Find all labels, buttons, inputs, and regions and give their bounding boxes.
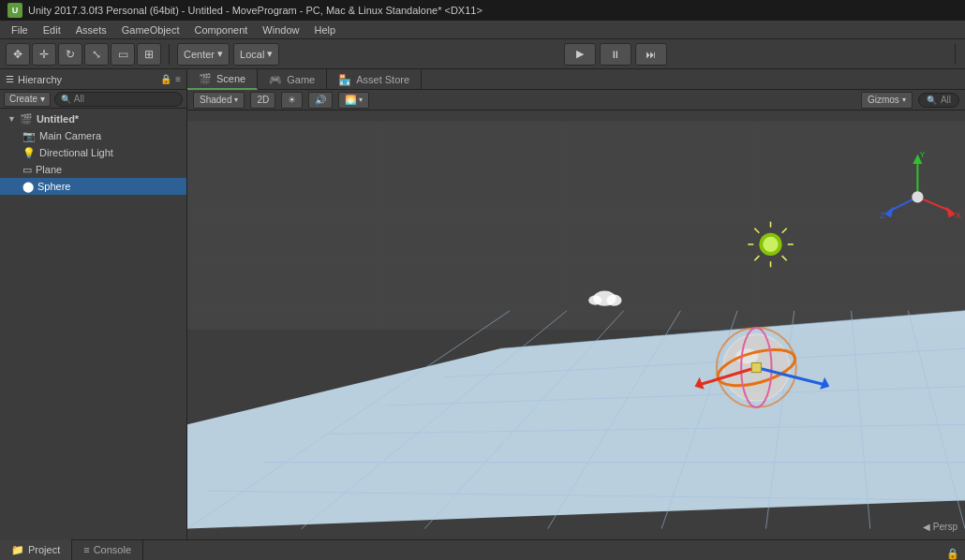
persp-text: ◀ Persp [923,522,958,532]
menu-gameobject[interactable]: GameObject [114,21,187,39]
shaded-button[interactable]: Shaded ▾ [193,92,245,109]
pause-button[interactable]: ⏸ [600,43,631,66]
hierarchy-title: Hierarchy [18,74,62,85]
2d-label: 2D [257,95,269,105]
camera-icon: 📷 [22,130,36,142]
bottom-tab-actions: 🔒 [946,548,965,560]
search-icon: 🔍 [61,95,71,104]
play-button[interactable]: ▶ [564,43,596,66]
scene-tab-label: Scene [216,73,245,84]
move-tool[interactable]: ✛ [32,43,56,66]
hand-tool[interactable]: ✥ [6,43,30,66]
unity-logo: U [7,3,22,18]
hierarchy-lock[interactable]: 🔒 [160,74,171,84]
2d-button[interactable]: 2D [250,92,275,109]
search-icon: 🔍 [927,96,937,105]
transform-tools: ✥ ✛ ↻ ⤡ ▭ ⊞ [6,43,161,66]
svg-text:Y: Y [919,150,925,159]
menubar: File Edit Assets GameObject Component Wi… [0,21,965,39]
create-label: Create [9,94,37,104]
scene-area: 🎬 Scene 🎮 Game 🏪 Asset Store Shaded ▾ 2D… [187,69,965,539]
hierarchy-list: ▼ 🎬 Untitled* 📷 Main Camera 💡 Directiona… [0,109,186,539]
hierarchy-panel: ☰ Hierarchy 🔒 ≡ Create ▾ 🔍 All ▼ 🎬 Untit… [0,69,187,539]
menu-file[interactable]: File [4,21,36,39]
tab-console[interactable]: ≡ Console [72,539,143,560]
local-label: Local [240,49,264,60]
plane-icon: ▭ [22,164,32,176]
local-arrow: ▾ [267,48,273,60]
hierarchy-create-button[interactable]: Create ▾ [4,92,51,107]
step-button[interactable]: ⏭ [635,43,667,66]
scene-icon: 🎬 [20,113,33,125]
svg-rect-32 [751,362,761,372]
sphere-label: Sphere [37,181,70,192]
hierarchy-item-untitled[interactable]: ▼ 🎬 Untitled* [0,111,186,127]
title-text: Unity 2017.3.0f3 Personal (64bit) - Unti… [28,5,482,16]
hierarchy-search[interactable]: 🔍 All [54,92,183,107]
sun-icon: ☀ [288,95,296,105]
project-tab-icon: 📁 [11,544,24,556]
audio-icon: 🔊 [315,95,326,105]
directional-light-label: Directional Light [39,147,113,158]
hierarchy-item-directional-light[interactable]: 💡 Directional Light [0,144,186,161]
project-tab-label: Project [28,544,60,555]
expand-icon: ▼ [7,114,16,124]
scene-viewport[interactable]: Y X Z ◀ Persp [187,111,965,539]
main-area: ☰ Hierarchy 🔒 ≡ Create ▾ 🔍 All ▼ 🎬 Untit… [0,69,965,539]
scene-toolbar: Shaded ▾ 2D ☀ 🔊 🌅 ▾ Gizmos ▾ 🔍 [187,90,965,111]
scene-canvas: Y X Z [187,111,965,539]
main-camera-label: Main Camera [39,130,101,141]
menu-component[interactable]: Component [186,21,255,39]
light-icon: 💡 [22,147,36,159]
menu-edit[interactable]: Edit [36,21,68,39]
hierarchy-actions: 🔒 ≡ [160,74,181,84]
scene-tab-icon: 🎬 [199,73,212,85]
titlebar: U Unity 2017.3.0f3 Personal (64bit) - Un… [0,0,965,21]
plane-label: Plane [36,164,62,175]
hierarchy-icon: ☰ [6,74,14,84]
center-arrow: ▾ [217,48,223,60]
svg-point-44 [606,295,621,306]
gizmos-label: Gizmos [868,95,899,105]
hierarchy-menu[interactable]: ≡ [175,74,181,84]
effects-button[interactable]: 🌅 ▾ [338,92,369,109]
game-tab-label: Game [287,74,315,85]
audio-button[interactable]: 🔊 [308,92,333,109]
bottom-tabs: 📁 Project ≡ Console 🔒 [0,540,965,560]
scene-search-box[interactable]: 🔍 All [918,93,959,108]
local-button[interactable]: Local ▾ [233,43,279,66]
tab-project[interactable]: 📁 Project [0,539,72,560]
tab-scene[interactable]: 🎬 Scene [187,69,258,90]
gizmos-button[interactable]: Gizmos ▾ [861,92,913,109]
separator-2 [955,44,956,65]
menu-help[interactable]: Help [306,21,343,39]
hierarchy-item-plane[interactable]: ▭ Plane [0,161,186,178]
sun-button[interactable]: ☀ [281,92,303,109]
scale-tool[interactable]: ⤡ [84,43,109,66]
persp-label: ◀ Persp [923,522,958,532]
hierarchy-item-sphere[interactable]: ⬤ Sphere [0,178,186,195]
bottom-lock-icon[interactable]: 🔒 [946,548,959,560]
asset-store-label: Asset Store [356,74,409,85]
hierarchy-item-main-camera[interactable]: 📷 Main Camera [0,127,186,144]
svg-text:Z: Z [880,211,885,220]
svg-rect-1 [187,121,965,330]
svg-point-55 [912,191,923,202]
rect-tool[interactable]: ▭ [111,43,135,66]
game-tab-icon: 🎮 [269,74,282,86]
scene-tabs: 🎬 Scene 🎮 Game 🏪 Asset Store [187,69,965,90]
console-tab-label: Console [94,544,131,555]
menu-window[interactable]: Window [255,21,306,39]
center-label: Center [184,49,215,60]
separator-1 [169,44,170,65]
rotate-tool[interactable]: ↻ [58,43,82,66]
effects-icon: 🌅 [345,95,356,105]
tab-asset-store[interactable]: 🏪 Asset Store [327,69,422,90]
center-button[interactable]: Center ▾ [177,43,230,66]
menu-assets[interactable]: Assets [68,21,114,39]
tab-game[interactable]: 🎮 Game [258,69,327,90]
svg-point-45 [588,296,601,305]
shaded-label: Shaded [200,95,231,105]
multi-tool[interactable]: ⊞ [137,43,161,66]
svg-text:X: X [956,211,961,220]
